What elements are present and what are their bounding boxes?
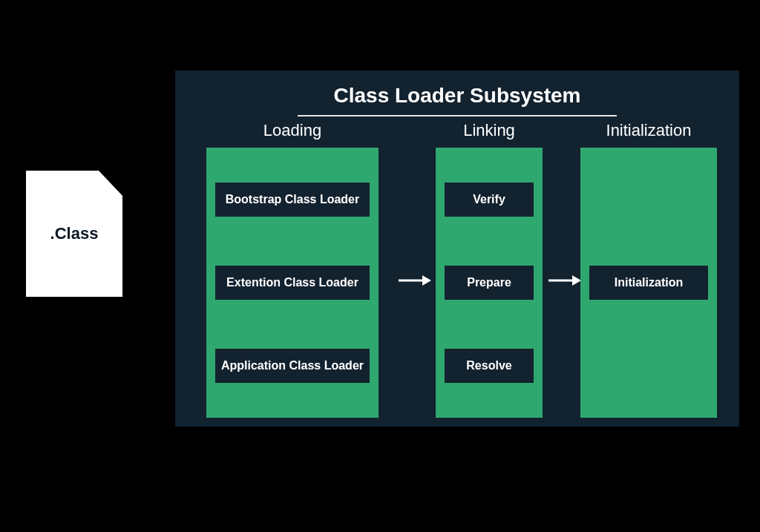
arrow-loading-to-linking <box>395 143 433 418</box>
phase-initialization: Initialization Initialization <box>583 121 714 418</box>
class-loader-subsystem: Class Loader Subsystem Loading Bootstrap… <box>175 70 739 427</box>
phase-linking-box: Verify Prepare Resolve <box>436 148 543 418</box>
phase-linking: Linking Verify Prepare Resolve <box>433 121 545 418</box>
loading-item-application: Application Class Loader <box>215 349 370 383</box>
phase-loading-label: Loading <box>263 121 321 140</box>
arrow-right-icon <box>547 273 581 288</box>
linking-item-prepare: Prepare <box>445 266 534 300</box>
phase-loading-box: Bootstrap Class Loader Extention Class L… <box>206 148 379 418</box>
file-label: .Class <box>50 224 99 243</box>
phase-loading: Loading Bootstrap Class Loader Extention… <box>190 121 395 418</box>
phase-init-box: Initialization <box>580 148 717 418</box>
file-fold-icon <box>99 171 122 196</box>
phase-linking-label: Linking <box>463 121 515 140</box>
svg-marker-1 <box>422 275 431 286</box>
linking-item-verify: Verify <box>445 183 534 217</box>
class-file-icon: .Class <box>26 171 122 297</box>
arrow-right-icon <box>397 273 431 288</box>
loading-item-extension: Extention Class Loader <box>215 266 370 300</box>
init-item: Initialization <box>589 266 708 300</box>
linking-item-resolve: Resolve <box>445 349 534 383</box>
phases-row: Loading Bootstrap Class Loader Extention… <box>190 121 724 418</box>
phase-init-label: Initialization <box>606 121 692 140</box>
subsystem-title: Class Loader Subsystem <box>298 84 617 116</box>
arrow-linking-to-init <box>545 143 583 418</box>
loading-item-bootstrap: Bootstrap Class Loader <box>215 183 370 217</box>
